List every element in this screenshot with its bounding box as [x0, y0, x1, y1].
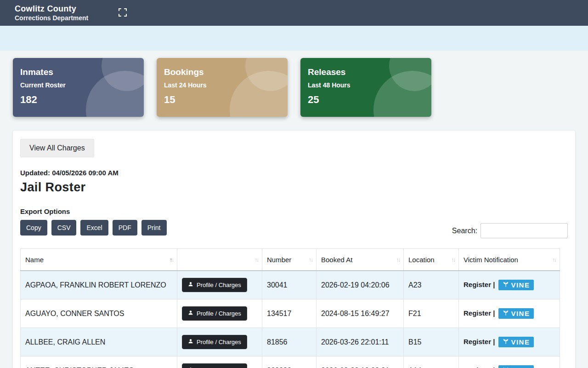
- inmates-card-subtitle: Current Roster: [20, 81, 136, 89]
- search-input[interactable]: [481, 223, 568, 238]
- vine-button[interactable]: VINE: [498, 337, 534, 347]
- profile-charges-button[interactable]: Profile / Charges: [182, 335, 247, 349]
- excel-button[interactable]: Excel: [80, 220, 108, 236]
- profile-charges-label: Profile / Charges: [197, 310, 241, 317]
- department-subtitle: Corrections Department: [15, 14, 88, 23]
- table-row: AGPAOA, FRANKLIN ROBERT LORENZO Profile …: [21, 271, 560, 299]
- column-header-location[interactable]: Location ↑↓: [404, 249, 459, 271]
- vine-button[interactable]: VINE: [498, 365, 534, 368]
- search-label: Search:: [452, 227, 477, 235]
- booked-at: 2026-02-19 04:20:06: [317, 271, 404, 299]
- vine-label: VINE: [511, 281, 530, 289]
- releases-card-title: Releases: [308, 67, 424, 77]
- bookings-count: 15: [164, 94, 280, 106]
- inmate-number: 30041: [262, 271, 317, 299]
- table-row: ANTEE, CHRISTOPHER JAMES Profile / Charg…: [21, 356, 560, 368]
- column-header-victim-label: Victim Notification: [464, 256, 518, 264]
- vine-label: VINE: [511, 310, 530, 317]
- inmate-name: AGPAOA, FRANKLIN ROBERT LORENZO: [21, 271, 177, 299]
- inmate-name: ALLBEE, CRAIG ALLEN: [21, 328, 177, 356]
- profile-charges-button[interactable]: Profile / Charges: [182, 306, 247, 321]
- register-link[interactable]: Register |: [464, 281, 495, 288]
- roster-panel: View All Charges Updated: 04/05/2026 09:…: [13, 131, 575, 368]
- releases-card: Releases Last 48 Hours 25: [300, 58, 431, 117]
- column-header-number-label: Number: [267, 256, 291, 264]
- location: A14: [404, 356, 459, 368]
- booked-at: 2024-08-15 16:49:27: [317, 299, 404, 328]
- location: A23: [404, 271, 459, 299]
- profile-charges-label: Profile / Charges: [197, 339, 241, 345]
- column-header-location-label: Location: [408, 256, 435, 264]
- copy-button[interactable]: Copy: [20, 220, 47, 236]
- bookings-card-subtitle: Last 24 Hours: [164, 81, 280, 89]
- inmates-count: 182: [20, 94, 136, 106]
- pdf-button[interactable]: PDF: [113, 220, 137, 236]
- county-title: Cowlitz County: [15, 4, 88, 14]
- inmate-number: 81856: [262, 328, 317, 356]
- vine-label: VINE: [511, 338, 530, 346]
- fullscreen-button[interactable]: [117, 6, 129, 20]
- inmates-card: Inmates Current Roster 182: [13, 58, 144, 117]
- inmate-name: ANTEE, CHRISTOPHER JAMES: [21, 356, 177, 368]
- sort-icons[interactable]: ↑↓: [552, 257, 556, 263]
- column-header-name[interactable]: Name ↑↓: [21, 249, 177, 271]
- releases-count: 25: [308, 94, 424, 106]
- vine-sprout-icon: [503, 281, 509, 289]
- print-button[interactable]: Print: [141, 220, 167, 236]
- vine-sprout-icon: [503, 338, 509, 346]
- view-all-charges-button[interactable]: View All Charges: [20, 139, 94, 157]
- profile-charges-button[interactable]: Profile / Charges: [182, 363, 247, 368]
- stat-cards: Inmates Current Roster 182 Bookings Last…: [13, 58, 575, 117]
- person-icon: [188, 282, 193, 288]
- subheader-band: [0, 26, 588, 51]
- register-link[interactable]: Register |: [464, 309, 495, 317]
- sort-icons[interactable]: ↑↓: [170, 257, 173, 263]
- table-header-row: Name ↑↓ ↑↓ Number ↑↓ Booked At ↑↓ Locati…: [21, 249, 560, 271]
- bookings-card-title: Bookings: [164, 67, 280, 77]
- updated-timestamp: Updated: 04/05/2026 09:00 AM: [20, 169, 568, 177]
- vine-button[interactable]: VINE: [498, 280, 534, 290]
- column-header-booked-at[interactable]: Booked At ↑↓: [317, 249, 404, 271]
- location: B15: [404, 328, 459, 356]
- register-link[interactable]: Register |: [464, 366, 495, 368]
- releases-card-subtitle: Last 48 Hours: [308, 81, 424, 89]
- column-header-victim-notification[interactable]: Victim Notification ↑↓: [459, 249, 560, 271]
- csv-button[interactable]: CSV: [51, 220, 77, 236]
- bookings-card: Bookings Last 24 Hours 15: [157, 58, 288, 117]
- register-link[interactable]: Register |: [464, 338, 495, 345]
- column-header-profile[interactable]: ↑↓: [177, 249, 262, 271]
- person-icon: [188, 310, 193, 317]
- location: F21: [404, 299, 459, 328]
- inmate-number: 329989: [262, 356, 317, 368]
- profile-charges-button[interactable]: Profile / Charges: [182, 278, 247, 292]
- column-header-name-label: Name: [25, 256, 44, 264]
- inmates-card-title: Inmates: [20, 67, 136, 77]
- export-options-label: Export Options: [20, 207, 568, 215]
- page-title: Jail Roster: [20, 180, 568, 195]
- vine-sprout-icon: [503, 310, 509, 317]
- booked-at: 2026-02-28 19:28:31: [317, 356, 404, 368]
- search-box: Search:: [452, 223, 568, 238]
- sort-icons[interactable]: ↑↓: [254, 257, 258, 263]
- export-buttons: Copy CSV Excel PDF Print: [20, 220, 167, 236]
- sort-icons[interactable]: ↑↓: [396, 257, 400, 263]
- table-toolbar: Copy CSV Excel PDF Print Search:: [20, 220, 568, 238]
- table-row: AGUAYO, CONNER SANTOS Profile / Charges …: [21, 299, 560, 328]
- inmate-number: 134517: [262, 299, 317, 328]
- brand: Cowlitz County Corrections Department: [15, 4, 88, 22]
- person-icon: [188, 339, 193, 345]
- column-header-number[interactable]: Number ↑↓: [262, 249, 317, 271]
- vine-button[interactable]: VINE: [498, 308, 534, 319]
- inmate-name: AGUAYO, CONNER SANTOS: [21, 299, 177, 328]
- column-header-booked-at-label: Booked At: [321, 256, 352, 264]
- top-bar: Cowlitz County Corrections Department: [0, 0, 588, 26]
- jail-roster-table: Name ↑↓ ↑↓ Number ↑↓ Booked At ↑↓ Locati…: [20, 248, 560, 368]
- fullscreen-icon: [119, 8, 127, 18]
- sort-icons[interactable]: ↑↓: [309, 257, 312, 263]
- booked-at: 2026-03-26 22:01:11: [317, 328, 404, 356]
- sort-icons[interactable]: ↑↓: [451, 257, 455, 263]
- table-row: ALLBEE, CRAIG ALLEN Profile / Charges 81…: [21, 328, 560, 356]
- profile-charges-label: Profile / Charges: [197, 282, 241, 288]
